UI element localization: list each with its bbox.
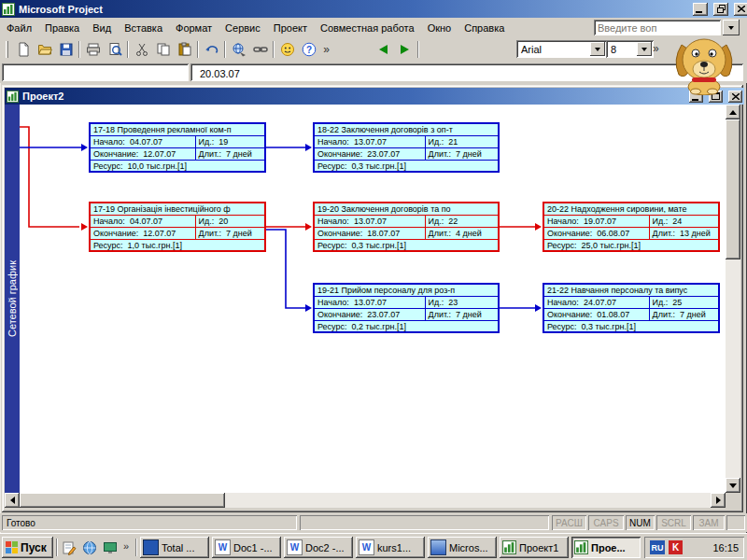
- horizontal-scroll-thumb[interactable]: [20, 493, 225, 508]
- toolbar-separator: [417, 41, 419, 58]
- task-box-17-18[interactable]: 17-18 Проведення рекламної ком-п Начало:…: [89, 122, 266, 173]
- font-name-combo[interactable]: Arial: [516, 40, 607, 58]
- task-duration: 7 дней: [680, 309, 706, 320]
- taskbar-button-microsoft[interactable]: Micros...: [428, 537, 497, 558]
- chevron-down-icon[interactable]: [637, 42, 652, 56]
- vertical-scrollbar[interactable]: [726, 105, 740, 493]
- start-button[interactable]: Пуск: [2, 537, 53, 558]
- task-duration: 13 дней: [680, 228, 711, 239]
- language-indicator[interactable]: RU: [650, 540, 665, 554]
- cut-button[interactable]: [131, 39, 152, 60]
- task-id: 25: [672, 297, 682, 308]
- menu-window[interactable]: Окно: [421, 19, 458, 37]
- project-window-title-bar[interactable]: Проект2: [5, 88, 744, 105]
- minimize-button[interactable]: [693, 3, 708, 16]
- quicklaunch-notes-button[interactable]: [60, 539, 78, 556]
- task-finish: 12.07.07: [143, 228, 176, 239]
- task-resource: 1,0 тыс.грн.[1]: [128, 240, 182, 251]
- field-label: Длит.:: [199, 228, 222, 239]
- task-start: 24.07.07: [584, 297, 616, 308]
- field-label: Ресурс:: [317, 321, 347, 332]
- field-label: Ресурс:: [317, 240, 347, 251]
- close-button[interactable]: [734, 3, 747, 16]
- quicklaunch-desktop-button[interactable]: [101, 539, 120, 556]
- taskbar-button-kurs1[interactable]: W kurs1...: [356, 537, 425, 558]
- toolbar-separator: [127, 41, 129, 58]
- entry-input[interactable]: [190, 63, 743, 81]
- print-preview-icon: [107, 42, 122, 57]
- paste-button[interactable]: [174, 39, 195, 60]
- go-forward-button[interactable]: [394, 39, 416, 60]
- task-box-18-22[interactable]: 18-22 Заключення договорів з оп-т Начало…: [313, 122, 500, 173]
- menu-project[interactable]: Проект: [267, 19, 314, 37]
- scroll-right-button[interactable]: [711, 493, 726, 508]
- task-box-19-20[interactable]: 19-20 Заключення договорів та по Начало:…: [313, 202, 500, 252]
- task-title: 21-22 Навчання персоналу та випус: [544, 285, 718, 297]
- clock[interactable]: 16:15: [712, 542, 739, 553]
- taskbar-button-doc1[interactable]: W Doc1 -...: [212, 537, 281, 558]
- taskbar-button-total[interactable]: Total ...: [140, 537, 209, 558]
- taskbar-button-label: Проект1: [519, 542, 558, 553]
- task-box-17-19[interactable]: 17-19 Організація інвестиційного ф Начал…: [89, 202, 266, 252]
- assistant-button[interactable]: [276, 39, 298, 60]
- menu-collaborate[interactable]: Совместная работа: [314, 19, 421, 37]
- font-size-value: 8: [611, 44, 616, 55]
- taskbar-button-project1[interactable]: Проект1: [500, 537, 569, 558]
- project-icon: [7, 91, 19, 103]
- formatting-overflow-button[interactable]: »: [653, 42, 659, 55]
- scroll-left-button[interactable]: [5, 493, 20, 508]
- indicator-scrl: SCRL: [656, 515, 691, 530]
- print-button[interactable]: [82, 39, 104, 60]
- title-bar[interactable]: Microsoft Project: [0, 0, 747, 18]
- link-tasks-button[interactable]: [249, 39, 271, 60]
- app-icon: [2, 3, 15, 16]
- menu-help[interactable]: Справка: [458, 19, 511, 37]
- quicklaunch-browser-button[interactable]: [80, 539, 99, 556]
- menu-insert[interactable]: Вставка: [118, 19, 169, 37]
- new-document-button[interactable]: [12, 39, 34, 60]
- down-arrow-icon: [729, 483, 737, 488]
- system-tray: RU K 16:15: [644, 537, 744, 558]
- quicklaunch-overflow-button[interactable]: »: [123, 540, 129, 552]
- hyperlink-button[interactable]: [228, 39, 249, 60]
- office-assistant-dog[interactable]: [667, 34, 741, 99]
- restore-button[interactable]: [713, 3, 728, 16]
- font-size-combo[interactable]: 8: [606, 40, 654, 58]
- task-resource: 10,0 тыс.грн.[1]: [128, 161, 187, 172]
- font-name-value: Arial: [521, 44, 542, 55]
- entry-bar-field[interactable]: [190, 63, 743, 81]
- indicator-caps: CAPS: [588, 515, 624, 530]
- task-box-20-22[interactable]: 20-22 Надходження сировини, мате Начало:…: [543, 202, 720, 252]
- scroll-down-button[interactable]: [726, 478, 740, 493]
- word-icon: W: [215, 539, 231, 555]
- toolbar-overflow-button[interactable]: »: [319, 39, 333, 60]
- help-button[interactable]: ?: [298, 39, 319, 60]
- taskbar-button-project2-active[interactable]: Прое...: [571, 537, 641, 558]
- menu-edit[interactable]: Правка: [38, 19, 86, 37]
- menu-view[interactable]: Вид: [86, 19, 118, 37]
- scroll-up-button[interactable]: [726, 105, 740, 119]
- antivirus-tray-icon[interactable]: K: [669, 540, 683, 554]
- toolbar-grip[interactable]: [6, 41, 8, 58]
- open-button[interactable]: [34, 39, 55, 60]
- left-arrow-icon: [10, 497, 15, 504]
- toolbar-separator: [78, 41, 80, 58]
- go-back-button[interactable]: [373, 39, 394, 60]
- menu-format[interactable]: Формат: [169, 19, 218, 37]
- field-label: Ресурс:: [317, 161, 347, 172]
- print-preview-button[interactable]: [104, 39, 125, 60]
- menu-tools[interactable]: Сервис: [218, 19, 267, 37]
- taskbar-button-doc2[interactable]: W Doc2 -...: [284, 537, 353, 558]
- horizontal-scrollbar[interactable]: [5, 493, 726, 508]
- chevron-down-icon[interactable]: [590, 42, 605, 56]
- field-label: Ид.:: [653, 297, 669, 308]
- menu-file[interactable]: Файл: [0, 19, 38, 37]
- field-label: Начало:: [317, 216, 349, 227]
- vertical-scroll-thumb[interactable]: [726, 119, 740, 259]
- network-diagram[interactable]: 17-18 Проведення рекламної ком-п Начало:…: [20, 105, 726, 493]
- task-box-21-22[interactable]: 21-22 Навчання персоналу та випус Начало…: [543, 283, 720, 333]
- save-button[interactable]: [55, 39, 77, 60]
- copy-button[interactable]: [152, 39, 174, 60]
- undo-button[interactable]: [201, 39, 222, 60]
- task-box-19-21[interactable]: 19-21 Прийом персоналу для роз-п Начало:…: [313, 283, 500, 333]
